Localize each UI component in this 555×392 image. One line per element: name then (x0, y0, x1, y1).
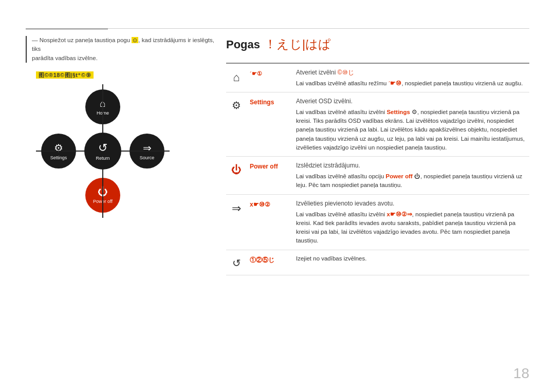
row-desc: Lai vadības izvēlnē atlasītu izvēlni x☛⑩… (296, 211, 515, 244)
row-name-cell: ´☛① (247, 64, 293, 92)
page-container: — Nospiežot uz paneļa taustiņa pogu ⊙, k… (0, 0, 555, 392)
row-desc: Izejiet no vadības izvēlnes. (296, 255, 366, 262)
settings-icon: ⚙ (54, 142, 63, 154)
return-table-icon: ↺ (232, 257, 241, 269)
row-icon-cell: ⚙ (226, 92, 247, 156)
left-column: — Nospiežot uz paneļa taustiņa pogu ⊙, k… (26, 36, 221, 218)
settings-table-icon: ⚙ (232, 100, 241, 111)
page-number: 18 (513, 365, 529, 382)
section-title: Pogas (226, 38, 260, 51)
row-name: Power off (250, 163, 278, 170)
intro-text: — Nospiežot uz paneļa taustiņa pogu ⊙, k… (26, 36, 221, 63)
row-heading: Atveriet izvēlni ©⑩じ (296, 68, 526, 77)
row-desc: Lai vadības izvēlnē atlasītu režīmu ´☛⑩,… (296, 80, 523, 86)
row-desc-cell: Atveriet izvēlni ©⑩じ Lai vadības izvēlnē… (293, 64, 529, 92)
row-name: ①②⑤じ (250, 256, 274, 264)
home-table-icon: ⌂ (233, 71, 239, 84)
control-diagram-label: 图©®18©图|§t⁺©⑨ (36, 71, 221, 79)
table-row: ⇒ x☛⑩② Izvēlieties pievienoto ievades av… (226, 194, 529, 250)
top-line (26, 28, 529, 29)
section-header: Pogas ！えじ|はぱ (226, 36, 529, 59)
row-icon-cell: ⇒ (226, 194, 247, 250)
label-text: 图©®18©图|§t⁺©⑨ (36, 71, 94, 79)
settings-label: Settings (50, 155, 67, 160)
row-heading: Izslēdziet izstrādājumu. (296, 161, 526, 170)
row-icon-cell: ⌂ (226, 64, 247, 92)
section-title-special: ！えじ|はぱ (264, 36, 331, 52)
row-name-cell: Power off (247, 157, 293, 195)
intro-dash: — (32, 37, 40, 43)
features-table: ⌂ ´☛① Atveriet izvēlni ©⑩じ Lai vadības i… (226, 64, 529, 275)
row-desc: Lai vadības izvēlnē atlasītu izvēlni Set… (296, 109, 525, 151)
source-table-icon: ⇒ (232, 202, 241, 215)
row-desc: Lai vadības izvēlnē atlasītu opciju Powe… (296, 173, 522, 188)
source-label: Source (140, 155, 155, 160)
row-desc-cell: Atveriet OSD izvēlni. Lai vadības izvēln… (293, 92, 529, 156)
row-desc-cell: Izslēdziet izstrādājumu. Lai vadības izv… (293, 157, 529, 195)
row-name: x☛⑩② (250, 201, 270, 208)
source-icon: ⇒ (143, 142, 152, 154)
return-button[interactable]: ↺ Return (84, 133, 121, 170)
intro-content: Nospiežot uz paneļa taustiņa pogu ⊙, kad… (32, 37, 214, 61)
row-name-cell: Settings (247, 92, 293, 156)
row-name: ´☛① (250, 70, 262, 77)
row-name-cell: ①②⑤じ (247, 250, 293, 275)
row-icon-cell: ⏻ (226, 157, 247, 195)
row-name-cell: x☛⑩② (247, 194, 293, 250)
row-desc-cell: Izejiet no vadības izvēlnes. (293, 250, 529, 275)
table-row: ⏻ Power off Izslēdziet izstrādājumu. Lai… (226, 157, 529, 195)
power-table-icon: ⏻ (231, 164, 242, 175)
row-heading: Atveriet OSD izvēlni. (296, 97, 526, 106)
table-row: ↺ ①②⑤じ Izejiet no vadības izvēlnes. (226, 250, 529, 275)
row-desc-cell: Izvēlieties pievienoto ievades avotu. La… (293, 194, 529, 250)
return-icon: ↺ (98, 141, 107, 155)
row-icon-cell: ↺ (226, 250, 247, 275)
row-heading: Izvēlieties pievienoto ievades avotu. (296, 199, 526, 208)
table-row: ⌂ ´☛① Atveriet izvēlni ©⑩じ Lai vadības i… (226, 64, 529, 92)
row-name: Settings (250, 99, 274, 106)
right-column: Pogas ！えじ|はぱ ⌂ ´☛① Atveriet izv (226, 36, 529, 275)
nav-wheel: ⌂ Home ⚙ Settings ↺ Return ⇒ Source (36, 84, 170, 218)
table-row: ⚙ Settings Atveriet OSD izvēlni. Lai vad… (226, 92, 529, 156)
return-label: Return (96, 156, 109, 161)
